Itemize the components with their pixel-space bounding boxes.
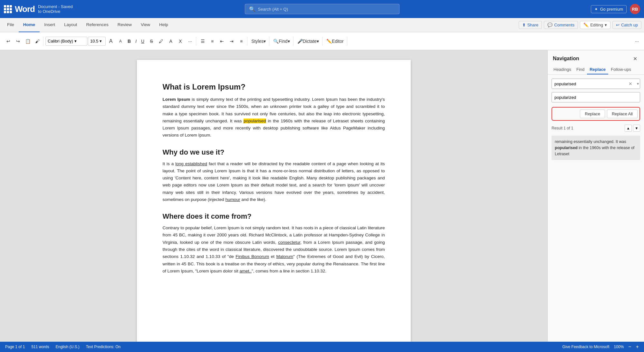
doc-para-1: Lorem Ipsum is simply dummy text of the … — [163, 96, 385, 139]
chevron-down-icon: ▾ — [605, 23, 607, 27]
zoom-out-button[interactable]: − — [628, 344, 631, 350]
increase-indent-button[interactable]: ⇥ — [227, 37, 236, 46]
nav-tab-headings[interactable]: Headings — [551, 65, 574, 74]
align-button[interactable]: ≡ — [237, 37, 246, 46]
doc-section-3: Where does it come from? Contrary to pop… — [163, 212, 385, 275]
clear-format-button[interactable]: Ⅹ — [176, 37, 185, 46]
nav-search-input[interactable] — [552, 79, 640, 89]
more-font-button[interactable]: ··· — [186, 37, 195, 46]
doc-underline-consectetur: consectetur — [278, 240, 300, 245]
search-icon: 🔍 — [249, 6, 255, 12]
highlight-button[interactable]: 🖊 — [157, 37, 166, 46]
font-size-selector[interactable]: 10.5 ▾ — [88, 37, 106, 46]
font-color-button[interactable]: A — [166, 37, 175, 46]
tab-file[interactable]: File — [3, 18, 19, 32]
editor-button[interactable]: ✏️ Editor — [324, 37, 346, 46]
styles-group: Styles ▾ — [248, 37, 269, 46]
nav-replace-input[interactable] — [552, 92, 640, 102]
doc-section-1: What is Lorem Ipsum? Lorem Ipsum is simp… — [163, 82, 385, 139]
tab-layout[interactable]: Layout — [60, 18, 82, 32]
find-button[interactable]: 🔍 Find ▾ — [271, 37, 292, 46]
nav-preview-bold: popularised — [555, 146, 578, 150]
strikethrough-button[interactable]: S — [147, 37, 156, 46]
undo-button[interactable]: ↩ — [4, 37, 13, 46]
nav-clear-icon[interactable]: ✕ — [629, 81, 632, 86]
catchup-button[interactable]: ↩ Catch up — [612, 21, 641, 29]
tab-references[interactable]: References — [82, 18, 113, 32]
nav-preview-text: remaining essentially unchanged. It was — [555, 139, 626, 144]
doc-bold-intro: Lorem Ipsum — [163, 97, 190, 102]
bullet-list-button[interactable]: ☰ — [198, 37, 207, 46]
replace-button[interactable]: Replace — [580, 109, 605, 118]
doc-heading-3: Where does it come from? — [163, 212, 385, 221]
page-info: Page 1 of 1 — [5, 345, 25, 349]
numbered-list-button[interactable]: ≡ — [208, 37, 217, 46]
comments-button[interactable]: 💬 Comments — [544, 21, 578, 29]
tab-review[interactable]: Review — [113, 18, 136, 32]
nav-tab-find[interactable]: Find — [574, 65, 587, 74]
share-button[interactable]: ⬆ Share — [519, 21, 542, 29]
format-painter-button[interactable]: 🖌 — [33, 37, 42, 46]
chevron-down-icon: ▾ — [288, 39, 290, 44]
ribbon-tabs: File Home Insert Layout References Revie… — [0, 18, 644, 32]
text-predictions: Text Predictions: On — [86, 345, 120, 349]
doc-section-2: Why do we use it? It is a long establish… — [163, 148, 385, 204]
redo-button[interactable]: ↪ — [14, 37, 23, 46]
catchup-icon: ↩ — [616, 23, 620, 27]
waffle-icon[interactable] — [4, 5, 12, 13]
nav-close-button[interactable]: ✕ — [631, 55, 639, 62]
chevron-down-icon: ▾ — [100, 39, 102, 43]
nav-result-count: Result 1 of 1 — [552, 126, 573, 130]
doc-heading-2: Why do we use it? — [163, 148, 385, 157]
tab-home[interactable]: Home — [19, 18, 40, 32]
search-bar[interactable]: 🔍 — [245, 4, 399, 14]
doc-page: What is Lorem Ipsum? Lorem Ipsum is simp… — [137, 60, 411, 342]
premium-button[interactable]: ✦ Go premium — [591, 5, 627, 13]
word-count: 511 words — [31, 345, 49, 349]
decrease-indent-button[interactable]: ⇤ — [217, 37, 226, 46]
bold-button[interactable]: B — [126, 37, 133, 46]
nav-body: ✕ ▾ Replace Replace All Result 1 of 1 ▲ … — [548, 75, 644, 164]
tab-view[interactable]: View — [136, 18, 155, 32]
italic-button[interactable]: I — [133, 37, 139, 46]
doc-highlight-word: popularised — [244, 119, 266, 123]
font-selector[interactable]: Calibri (Body) ▾ — [45, 37, 87, 46]
font-shrink-button[interactable]: A — [116, 37, 125, 46]
tab-insert[interactable]: Insert — [40, 18, 60, 32]
zoom-in-button[interactable]: + — [636, 344, 639, 350]
main-area: What is Lorem Ipsum? Lorem Ipsum is simp… — [0, 50, 644, 342]
nav-dropdown-icon[interactable]: ▾ — [637, 81, 639, 86]
nav-replace-wrap — [552, 92, 640, 102]
feedback-link[interactable]: Give Feedback to Microsoft — [562, 345, 610, 349]
nav-prev-button[interactable]: ▲ — [625, 125, 632, 132]
nav-next-button[interactable]: ▼ — [633, 125, 640, 132]
undo-redo-group: ↩ ↪ 📋 🖌 — [3, 37, 43, 46]
paragraph-group: ☰ ≡ ⇤ ⇥ ≡ — [197, 37, 247, 46]
nav-tab-replace[interactable]: Replace — [587, 65, 608, 74]
nav-replace-buttons-group: Replace Replace All — [552, 107, 640, 121]
underline-button[interactable]: U — [139, 37, 146, 46]
clipboard-button[interactable]: 📋 — [23, 37, 32, 46]
styles-button[interactable]: Styles ▾ — [249, 37, 268, 46]
more-toolbar-button[interactable]: ··· — [632, 37, 641, 46]
doc-underline-humour: humour — [226, 197, 240, 202]
doc-area[interactable]: What is Lorem Ipsum? Lorem Ipsum is simp… — [0, 50, 547, 342]
chevron-down-icon: ▾ — [74, 39, 77, 43]
dictate-button[interactable]: 🎤 Dictate ▾ — [295, 37, 321, 46]
chevron-down-icon: ▾ — [264, 39, 266, 44]
nav-search-wrap: ✕ ▾ — [552, 79, 640, 89]
chevron-down-icon: ▾ — [317, 39, 319, 44]
replace-all-button[interactable]: Replace All — [607, 109, 638, 118]
search-input[interactable] — [258, 7, 395, 12]
nav-tab-followups[interactable]: Follow-ups — [608, 65, 634, 74]
editing-button[interactable]: ✏️ Editing ▾ — [580, 21, 610, 29]
share-icon: ⬆ — [522, 23, 526, 27]
font-grow-button[interactable]: A — [106, 37, 115, 46]
tab-help[interactable]: Help — [155, 18, 173, 32]
doc-underline-long-established: long established — [175, 161, 207, 166]
avatar[interactable]: RB — [630, 4, 640, 14]
doc-underline-malorum: Malorum — [276, 254, 293, 259]
nav-title: Navigation — [553, 56, 579, 62]
app-logo: Word — [15, 4, 35, 14]
nav-preview: remaining essentially unchanged. It was … — [552, 136, 640, 160]
